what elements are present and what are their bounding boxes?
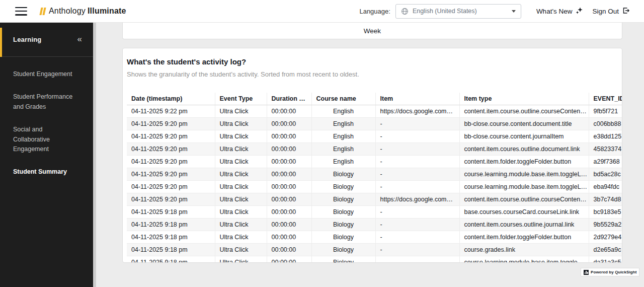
table-header-row: Date (timestamp)Event TypeDuration …Cour…	[127, 93, 622, 105]
table-cell: 00:00:00	[267, 180, 311, 193]
activity-table-wrap: Date (timestamp)Event TypeDuration …Cour…	[127, 93, 622, 263]
card-subtitle: Shows the granularity of the student's a…	[127, 70, 618, 79]
table-cell: content.item.folder.toggleFolder.button	[459, 155, 589, 168]
table-cell: 00:00:00	[267, 142, 311, 155]
sign-out-label: Sign Out	[592, 8, 619, 15]
table-cell: 00:00:00	[267, 231, 311, 243]
table-cell: a29f7368	[589, 155, 622, 168]
table-cell: 45823374	[589, 142, 622, 155]
table-cell: https://docs.google.com…	[375, 105, 459, 117]
table-cell: Ultra Click	[215, 256, 267, 263]
column-header[interactable]: Date (timestamp)	[127, 93, 215, 105]
sidebar-item[interactable]: Social and Collaborative Engagement	[0, 118, 93, 161]
table-cell: Ultra Click	[215, 168, 267, 180]
language-selected-value: English (United States)	[413, 8, 512, 15]
globe-icon	[401, 8, 409, 15]
table-cell: Ultra Click	[215, 155, 267, 168]
table-row: 04-11-2025 9:20 pmUltra Click00:00:00Eng…	[127, 117, 622, 130]
sidebar-item[interactable]: Student Summary	[0, 161, 93, 183]
table-cell: content.item.courses.outline.journal.lin…	[459, 218, 589, 231]
column-header[interactable]: Event Type	[215, 93, 267, 105]
table-cell: c006bb88	[589, 117, 622, 130]
sign-out-button[interactable]: Sign Out	[592, 7, 630, 16]
table-cell: 04-11-2025 9:20 pm	[127, 168, 215, 180]
table-cell: 00:00:00	[267, 193, 311, 205]
table-cell: 04-11-2025 9:18 pm	[127, 243, 215, 256]
table-cell: Biology	[311, 205, 375, 218]
language-label: Language:	[359, 8, 390, 15]
week-card: Week	[122, 23, 622, 39]
table-row: 04-11-2025 9:18 pmUltra Click00:00:00Bio…	[127, 205, 622, 218]
brand-name-second: Illuminate	[88, 7, 126, 16]
table-row: 04-11-2025 9:20 pmUltra Click00:00:00Eng…	[127, 142, 622, 155]
column-header[interactable]: EVENT_ID	[589, 93, 622, 105]
sidebar: Learning « Student EngagementStudent Per…	[0, 23, 93, 287]
sidebar-title: Learning	[13, 36, 42, 43]
column-header[interactable]: Course name	[311, 93, 375, 105]
table-cell: https://docs.google.com…	[375, 193, 459, 205]
table-cell: 04-11-2025 9:18 pm	[127, 205, 215, 218]
language-select[interactable]: English (United States)	[395, 4, 521, 19]
table-cell: Ultra Click	[215, 231, 267, 243]
activity-table: Date (timestamp)Event TypeDuration …Cour…	[127, 93, 622, 263]
table-cell: 04-11-2025 9:18 pm	[127, 256, 215, 263]
table-cell: Biology	[311, 218, 375, 231]
table-cell: Ultra Click	[215, 105, 267, 117]
table-cell: course.learning.module.base.item.toggle…	[459, 256, 589, 263]
sparkle-icon	[575, 7, 583, 16]
table-cell: -	[375, 130, 459, 142]
powered-by-quicksight-badge[interactable]: Powered by QuickSight	[581, 268, 639, 276]
table-cell: English	[311, 117, 375, 130]
table-cell: 00:00:00	[267, 205, 311, 218]
activity-log-card: What's the student's activity log? Shows…	[122, 48, 622, 263]
table-cell: 00:00:00	[267, 256, 311, 263]
table-row: 04-11-2025 9:20 pmUltra Click00:00:00Bio…	[127, 168, 622, 180]
table-cell: 00:00:00	[267, 155, 311, 168]
table-cell: Biology	[311, 193, 375, 205]
column-header[interactable]: Item type	[459, 93, 589, 105]
scrollbar[interactable]	[93, 23, 96, 287]
table-cell: Ultra Click	[215, 117, 267, 130]
column-header[interactable]: Duration …	[267, 93, 311, 105]
table-cell: -	[375, 155, 459, 168]
table-cell: course.learning.module.base.item.toggleL…	[459, 168, 589, 180]
table-row: 04-11-2025 9:18 pmUltra Click00:00:00Bio…	[127, 218, 622, 231]
table-cell: 04-11-2025 9:20 pm	[127, 180, 215, 193]
table-cell: English	[311, 142, 375, 155]
card-title: What's the student's activity log?	[127, 57, 618, 66]
table-cell: Ultra Click	[215, 205, 267, 218]
table-cell: 00:00:00	[267, 243, 311, 256]
table-cell: bd5ac28c	[589, 168, 622, 180]
table-cell: course.learning.module.base.item.toggleL…	[459, 180, 589, 193]
chevron-down-icon	[512, 10, 516, 13]
table-cell: 04-11-2025 9:20 pm	[127, 193, 215, 205]
whats-new-label: What's New	[536, 8, 573, 15]
table-cell: da31a3c5	[589, 256, 622, 263]
table-cell: content.item.folder.toggleFolder.button	[459, 231, 589, 243]
table-cell: -	[375, 117, 459, 130]
whats-new-button[interactable]: What's New	[536, 7, 584, 16]
table-cell: 00:00:00	[267, 117, 311, 130]
table-row: 04-11-2025 9:18 pmUltra Click00:00:00Bio…	[127, 243, 622, 256]
table-cell: course.grades.link	[459, 243, 589, 256]
table-cell: -	[375, 205, 459, 218]
table-cell: 2d9279e4	[589, 231, 622, 243]
table-row: 04-11-2025 9:20 pmUltra Click00:00:00Eng…	[127, 155, 622, 168]
table-cell: Biology	[311, 168, 375, 180]
table-cell: 00:00:00	[267, 218, 311, 231]
collapse-sidebar-icon[interactable]: «	[77, 34, 82, 44]
table-cell: content.item.course.outline.courseConten…	[459, 193, 589, 205]
sidebar-item[interactable]: Student Performance and Grades	[0, 86, 93, 118]
table-cell: 9fb5f721	[589, 105, 622, 117]
sidebar-nav: Student EngagementStudent Performance an…	[0, 57, 93, 184]
sidebar-item[interactable]: Student Engagement	[0, 63, 93, 86]
sidebar-accent-bar	[0, 28, 2, 57]
quicksight-logo-icon	[584, 270, 589, 275]
table-cell: 04-11-2025 9:20 pm	[127, 155, 215, 168]
table-cell: Biology	[311, 180, 375, 193]
column-header[interactable]: Item	[375, 93, 459, 105]
table-cell: -	[375, 142, 459, 155]
hamburger-menu-icon[interactable]	[15, 7, 27, 16]
table-cell: -	[375, 243, 459, 256]
table-cell: Ultra Click	[215, 218, 267, 231]
